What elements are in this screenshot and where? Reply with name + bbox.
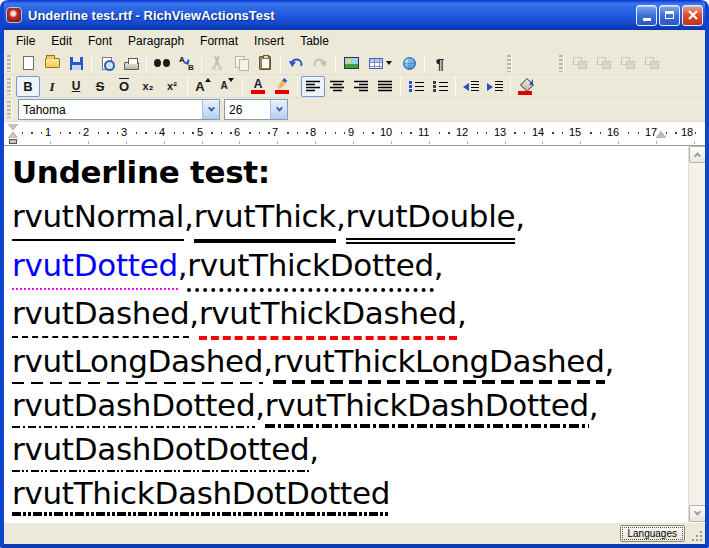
document-line: rvutLongDashed, rvutThickLongDashed, — [12, 340, 688, 384]
menu-format[interactable]: Format — [192, 31, 246, 51]
paste-button[interactable] — [253, 53, 277, 74]
scroll-up-button[interactable] — [689, 146, 706, 163]
binoculars-icon — [154, 59, 170, 68]
overline-button[interactable]: O — [112, 76, 136, 97]
italic-button[interactable]: I — [40, 76, 64, 97]
justify-button[interactable] — [373, 76, 397, 97]
hyperlink-button[interactable] — [397, 53, 421, 74]
ruler-number: 3 — [119, 126, 129, 139]
insert-row-above-button[interactable] — [568, 53, 592, 74]
insert-row-below-button[interactable] — [592, 53, 616, 74]
heading-text: Underline test: — [12, 151, 270, 195]
align-right-button[interactable] — [349, 76, 373, 97]
superscript-button[interactable]: x² — [160, 76, 184, 97]
maximize-icon — [665, 11, 674, 19]
font-name-combo[interactable]: Tahoma — [18, 99, 220, 120]
ruler-number: 14 — [530, 126, 546, 139]
toolbar-separator — [242, 77, 243, 96]
increase-indent-icon — [487, 80, 503, 92]
cut-button[interactable] — [205, 53, 229, 74]
align-left-button[interactable] — [301, 76, 325, 97]
standard-toolbar: A B ¶ — [4, 52, 705, 75]
toolbar-grip[interactable] — [507, 55, 512, 72]
insert-column-left-button[interactable] — [616, 53, 640, 74]
decrease-indent-button[interactable] — [459, 76, 483, 97]
menu-font[interactable]: Font — [80, 31, 120, 51]
strikethrough-button[interactable]: S — [88, 76, 112, 97]
toolbar-separator — [335, 54, 336, 73]
ruler-number: 4 — [157, 126, 167, 139]
left-indent-marker[interactable] — [9, 139, 17, 144]
first-line-indent-marker[interactable] — [8, 124, 18, 130]
ruler-number: 10 — [378, 126, 394, 139]
hanging-indent-marker[interactable] — [8, 132, 18, 138]
close-button[interactable] — [682, 5, 703, 26]
subscript-button[interactable]: x₂ — [136, 76, 160, 97]
bold-button[interactable]: B — [16, 76, 40, 97]
status-bar: Languages — [4, 522, 705, 544]
increase-indent-button[interactable] — [483, 76, 507, 97]
titlebar[interactable]: Underline test.rtf - RichViewActionsTest — [0, 0, 709, 30]
scissors-icon — [211, 56, 223, 70]
align-center-button[interactable] — [325, 76, 349, 97]
print-preview-button[interactable] — [95, 53, 119, 74]
right-indent-marker[interactable] — [656, 131, 666, 138]
menu-paragraph[interactable]: Paragraph — [120, 31, 192, 51]
toolbar-grip[interactable] — [7, 78, 12, 95]
printer-icon — [124, 62, 139, 70]
menu-file[interactable]: File — [8, 31, 43, 51]
print-button[interactable] — [119, 53, 143, 74]
maximize-button[interactable] — [659, 5, 680, 26]
open-button[interactable] — [40, 53, 64, 74]
menu-insert[interactable]: Insert — [246, 31, 292, 51]
toolbar-separator — [400, 77, 401, 96]
find-button[interactable] — [150, 53, 174, 74]
minimize-button[interactable] — [636, 5, 657, 26]
menu-table[interactable]: Table — [292, 31, 337, 51]
undo-button[interactable] — [284, 53, 308, 74]
font-toolbar: Tahoma 26 — [4, 98, 705, 122]
resize-grip[interactable] — [690, 529, 703, 542]
grow-font-button[interactable]: A — [191, 76, 215, 97]
toolbar-grip[interactable] — [7, 101, 12, 118]
ruler-number: 8 — [308, 126, 318, 139]
ruler-number: 1 — [43, 126, 53, 139]
text-highlight-button[interactable] — [270, 76, 294, 97]
dropdown-caret-icon — [386, 61, 392, 65]
grow-arrow-icon — [205, 78, 211, 82]
bullets-button[interactable] — [404, 76, 428, 97]
font-name-dropdown-button[interactable] — [202, 100, 219, 119]
save-button[interactable] — [64, 53, 88, 74]
insert-picture-button[interactable] — [339, 53, 363, 74]
save-floppy-icon — [70, 57, 83, 70]
toolbar-separator — [201, 54, 202, 73]
table-icon — [369, 58, 383, 69]
copy-icon — [235, 56, 248, 70]
fill-color-button[interactable] — [514, 76, 538, 97]
font-color-button[interactable]: A — [246, 76, 270, 97]
menu-edit[interactable]: Edit — [43, 31, 80, 51]
vertical-scrollbar[interactable] — [688, 146, 705, 522]
find-replace-button[interactable]: A B — [174, 53, 198, 74]
document-editor[interactable]: Underline test: rvutNormal, rvutThick, r… — [4, 146, 688, 522]
ruler-number: 11 — [416, 126, 431, 139]
languages-button[interactable]: Languages — [620, 525, 686, 542]
insert-column-right-button[interactable] — [640, 53, 664, 74]
redo-icon — [312, 57, 328, 70]
shrink-font-button[interactable]: A — [215, 76, 239, 97]
insert-row-above-icon — [573, 57, 587, 69]
new-document-button[interactable] — [16, 53, 40, 74]
redo-button[interactable] — [308, 53, 332, 74]
toolbar-grip[interactable] — [559, 55, 564, 72]
insert-table-button[interactable] — [363, 53, 397, 74]
numbering-button[interactable] — [428, 76, 452, 97]
copy-button[interactable] — [229, 53, 253, 74]
underline-button[interactable]: U — [64, 76, 88, 97]
ruler-number: 5 — [195, 126, 205, 139]
chevron-down-icon — [275, 105, 282, 112]
font-size-combo[interactable]: 26 — [224, 99, 288, 120]
toolbar-grip[interactable] — [7, 55, 12, 72]
show-paragraph-marks-button[interactable]: ¶ — [428, 53, 452, 74]
font-size-dropdown-button[interactable] — [270, 100, 287, 119]
scroll-down-button[interactable] — [689, 505, 706, 522]
